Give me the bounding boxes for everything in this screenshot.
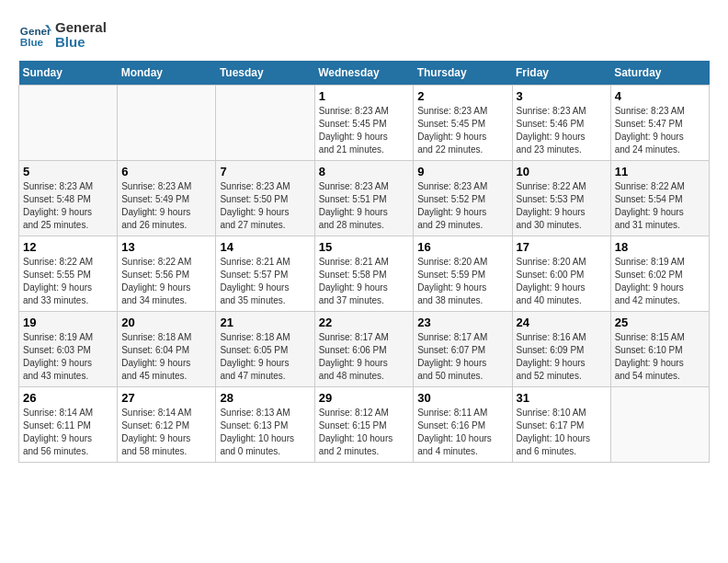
day-number: 26 (23, 391, 113, 405)
day-number: 5 (23, 165, 113, 178)
svg-text:Blue: Blue (20, 36, 44, 48)
day-number: 10 (517, 165, 607, 178)
day-number: 12 (23, 240, 113, 254)
day-info: Sunrise: 8:16 AM Sunset: 6:09 PM Dayligh… (517, 331, 607, 383)
day-info: Sunrise: 8:23 AM Sunset: 5:51 PM Dayligh… (319, 180, 410, 232)
day-info: Sunrise: 8:14 AM Sunset: 6:11 PM Dayligh… (23, 407, 113, 458)
day-info: Sunrise: 8:22 AM Sunset: 5:54 PM Dayligh… (615, 180, 705, 232)
day-number: 24 (517, 316, 607, 329)
day-info: Sunrise: 8:10 AM Sunset: 6:17 PM Dayligh… (517, 407, 607, 458)
day-number: 31 (517, 391, 607, 405)
day-number: 23 (417, 316, 507, 329)
calendar-cell: 18Sunrise: 8:19 AM Sunset: 6:02 PM Dayli… (610, 236, 709, 312)
day-number: 15 (319, 240, 410, 254)
day-info: Sunrise: 8:20 AM Sunset: 6:00 PM Dayligh… (517, 256, 607, 307)
day-number: 18 (615, 240, 705, 254)
calendar-cell: 10Sunrise: 8:22 AM Sunset: 5:53 PM Dayli… (512, 161, 610, 236)
calendar-cell: 27Sunrise: 8:14 AM Sunset: 6:12 PM Dayli… (118, 387, 216, 463)
day-number: 6 (121, 165, 211, 178)
weekday-header-friday: Friday (512, 61, 610, 86)
day-info: Sunrise: 8:19 AM Sunset: 6:02 PM Dayligh… (615, 256, 705, 307)
day-info: Sunrise: 8:21 AM Sunset: 5:58 PM Dayligh… (319, 256, 410, 307)
calendar-cell (216, 86, 314, 161)
day-info: Sunrise: 8:23 AM Sunset: 5:52 PM Dayligh… (417, 180, 507, 232)
calendar-cell: 6Sunrise: 8:23 AM Sunset: 5:49 PM Daylig… (118, 161, 216, 236)
day-number: 4 (615, 89, 705, 103)
day-number: 21 (220, 316, 310, 329)
day-info: Sunrise: 8:17 AM Sunset: 6:06 PM Dayligh… (319, 331, 410, 383)
day-info: Sunrise: 8:22 AM Sunset: 5:56 PM Dayligh… (121, 256, 211, 307)
calendar-cell (610, 387, 709, 463)
day-info: Sunrise: 8:19 AM Sunset: 6:03 PM Dayligh… (23, 331, 113, 383)
calendar-cell: 20Sunrise: 8:18 AM Sunset: 6:04 PM Dayli… (118, 312, 216, 387)
day-info: Sunrise: 8:21 AM Sunset: 5:57 PM Dayligh… (220, 256, 310, 307)
calendar-cell: 3Sunrise: 8:23 AM Sunset: 5:46 PM Daylig… (512, 86, 610, 161)
page-header: General Blue General Blue (18, 18, 710, 52)
day-info: Sunrise: 8:13 AM Sunset: 6:13 PM Dayligh… (220, 407, 310, 458)
day-number: 17 (517, 240, 607, 254)
calendar-cell (19, 86, 118, 161)
calendar-cell: 4Sunrise: 8:23 AM Sunset: 5:47 PM Daylig… (610, 86, 709, 161)
calendar-cell: 26Sunrise: 8:14 AM Sunset: 6:11 PM Dayli… (19, 387, 118, 463)
day-number: 28 (220, 391, 310, 405)
day-info: Sunrise: 8:18 AM Sunset: 6:05 PM Dayligh… (220, 331, 310, 383)
day-number: 30 (417, 391, 507, 405)
day-info: Sunrise: 8:23 AM Sunset: 5:48 PM Dayligh… (23, 180, 113, 232)
day-info: Sunrise: 8:23 AM Sunset: 5:47 PM Dayligh… (615, 105, 705, 156)
day-info: Sunrise: 8:12 AM Sunset: 6:15 PM Dayligh… (319, 407, 410, 458)
day-number: 22 (319, 316, 410, 329)
day-info: Sunrise: 8:14 AM Sunset: 6:12 PM Dayligh… (121, 407, 211, 458)
day-number: 9 (417, 165, 507, 178)
day-number: 8 (319, 165, 410, 178)
day-info: Sunrise: 8:18 AM Sunset: 6:04 PM Dayligh… (121, 331, 211, 383)
calendar-cell: 11Sunrise: 8:22 AM Sunset: 5:54 PM Dayli… (610, 161, 709, 236)
calendar-cell: 9Sunrise: 8:23 AM Sunset: 5:52 PM Daylig… (414, 161, 512, 236)
day-number: 1 (319, 89, 410, 103)
logo: General Blue General Blue (18, 18, 107, 52)
day-number: 14 (220, 240, 310, 254)
day-info: Sunrise: 8:23 AM Sunset: 5:49 PM Dayligh… (121, 180, 211, 232)
logo-icon: General Blue (18, 18, 51, 52)
day-info: Sunrise: 8:23 AM Sunset: 5:45 PM Dayligh… (319, 105, 410, 156)
calendar-cell: 17Sunrise: 8:20 AM Sunset: 6:00 PM Dayli… (512, 236, 610, 312)
calendar-cell: 16Sunrise: 8:20 AM Sunset: 5:59 PM Dayli… (414, 236, 512, 312)
calendar-cell: 7Sunrise: 8:23 AM Sunset: 5:50 PM Daylig… (216, 161, 314, 236)
calendar-cell: 25Sunrise: 8:15 AM Sunset: 6:10 PM Dayli… (610, 312, 709, 387)
weekday-header-tuesday: Tuesday (216, 61, 314, 86)
calendar-cell: 21Sunrise: 8:18 AM Sunset: 6:05 PM Dayli… (216, 312, 314, 387)
calendar-cell: 12Sunrise: 8:22 AM Sunset: 5:55 PM Dayli… (19, 236, 118, 312)
day-number: 11 (615, 165, 705, 178)
day-number: 13 (121, 240, 211, 254)
day-number: 3 (517, 89, 607, 103)
weekday-header-sunday: Sunday (19, 61, 118, 86)
day-number: 2 (417, 89, 507, 103)
calendar-cell: 24Sunrise: 8:16 AM Sunset: 6:09 PM Dayli… (512, 312, 610, 387)
calendar-cell: 31Sunrise: 8:10 AM Sunset: 6:17 PM Dayli… (512, 387, 610, 463)
day-number: 29 (319, 391, 410, 405)
day-number: 27 (121, 391, 211, 405)
calendar-table: SundayMondayTuesdayWednesdayThursdayFrid… (18, 61, 710, 463)
day-info: Sunrise: 8:23 AM Sunset: 5:45 PM Dayligh… (417, 105, 507, 156)
calendar-cell: 1Sunrise: 8:23 AM Sunset: 5:45 PM Daylig… (314, 86, 414, 161)
calendar-cell: 22Sunrise: 8:17 AM Sunset: 6:06 PM Dayli… (314, 312, 414, 387)
calendar-cell: 15Sunrise: 8:21 AM Sunset: 5:58 PM Dayli… (314, 236, 414, 312)
calendar-cell (118, 86, 216, 161)
day-number: 19 (23, 316, 113, 329)
calendar-cell: 30Sunrise: 8:11 AM Sunset: 6:16 PM Dayli… (414, 387, 512, 463)
day-info: Sunrise: 8:11 AM Sunset: 6:16 PM Dayligh… (417, 407, 507, 458)
calendar-cell: 5Sunrise: 8:23 AM Sunset: 5:48 PM Daylig… (19, 161, 118, 236)
calendar-cell: 23Sunrise: 8:17 AM Sunset: 6:07 PM Dayli… (414, 312, 512, 387)
weekday-header-monday: Monday (118, 61, 216, 86)
day-number: 25 (615, 316, 705, 329)
day-number: 16 (417, 240, 507, 254)
calendar-cell: 8Sunrise: 8:23 AM Sunset: 5:51 PM Daylig… (314, 161, 414, 236)
day-info: Sunrise: 8:22 AM Sunset: 5:55 PM Dayligh… (23, 256, 113, 307)
day-info: Sunrise: 8:17 AM Sunset: 6:07 PM Dayligh… (417, 331, 507, 383)
day-info: Sunrise: 8:15 AM Sunset: 6:10 PM Dayligh… (615, 331, 705, 383)
calendar-cell: 28Sunrise: 8:13 AM Sunset: 6:13 PM Dayli… (216, 387, 314, 463)
day-number: 20 (121, 316, 211, 329)
day-info: Sunrise: 8:22 AM Sunset: 5:53 PM Dayligh… (517, 180, 607, 232)
calendar-cell: 2Sunrise: 8:23 AM Sunset: 5:45 PM Daylig… (414, 86, 512, 161)
calendar-cell: 19Sunrise: 8:19 AM Sunset: 6:03 PM Dayli… (19, 312, 118, 387)
calendar-cell: 14Sunrise: 8:21 AM Sunset: 5:57 PM Dayli… (216, 236, 314, 312)
